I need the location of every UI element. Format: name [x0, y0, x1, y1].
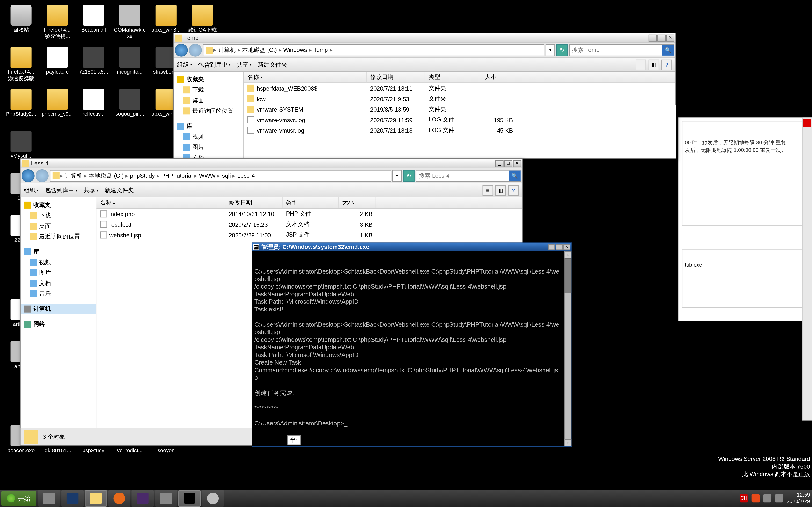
- new-folder-button[interactable]: 新建文件夹: [105, 186, 134, 194]
- col-date[interactable]: 修改日期: [367, 72, 425, 82]
- close-button[interactable]: ✕: [513, 160, 521, 167]
- cmd-output[interactable]: C:\Users\Administrator\Desktop>SchtaskBa…: [252, 251, 571, 446]
- tray-clock[interactable]: 12:59 2020/7/29: [786, 492, 810, 505]
- breadcrumb[interactable]: 计算机: [217, 46, 237, 54]
- nav-pictures[interactable]: 图片: [174, 142, 243, 153]
- col-type[interactable]: 类型: [283, 198, 339, 208]
- view-button[interactable]: ≡: [483, 185, 493, 195]
- scroll-down-button[interactable]: ▾: [564, 439, 571, 446]
- scroll-thumb[interactable]: [564, 258, 571, 293]
- address-bar[interactable]: ▸ 计算机▸ 本地磁盘 (C:)▸ Windows▸ Temp▸: [203, 44, 545, 56]
- nav-pictures[interactable]: 图片: [20, 268, 96, 278]
- desktop-icon[interactable]: vMysql...: [5, 131, 38, 160]
- sogou-icon[interactable]: [752, 494, 760, 502]
- search-icon[interactable]: 🔍: [509, 170, 520, 181]
- search-input[interactable]: [416, 172, 509, 179]
- preview-button[interactable]: ◧: [495, 185, 506, 195]
- col-type[interactable]: 类型: [425, 72, 481, 82]
- view-button[interactable]: ≡: [636, 59, 647, 70]
- back-button[interactable]: [22, 169, 35, 182]
- breadcrumb[interactable]: 本地磁盘 (C:): [241, 46, 278, 54]
- breadcrumb[interactable]: 计算机: [64, 171, 84, 180]
- help-button[interactable]: ?: [508, 185, 519, 195]
- desktop-icon[interactable]: PhpStudy2...: [5, 89, 38, 118]
- col-size[interactable]: 大小: [481, 72, 516, 82]
- organize-menu[interactable]: 组织▾: [24, 186, 39, 194]
- breadcrumb[interactable]: phpStudy: [129, 172, 156, 179]
- tray-icon[interactable]: [763, 494, 771, 502]
- taskbar-firefox[interactable]: [108, 490, 131, 507]
- nav-downloads[interactable]: 下载: [174, 85, 243, 95]
- address-dropdown[interactable]: ▾: [546, 44, 555, 56]
- ime-indicator[interactable]: CH: [740, 494, 748, 502]
- tray-icon[interactable]: [775, 494, 783, 502]
- search-input[interactable]: [570, 47, 662, 53]
- back-button[interactable]: [175, 44, 188, 56]
- desktop-icon[interactable]: Firefox+4...渗透便携版: [5, 47, 38, 82]
- nav-video[interactable]: 视频: [20, 257, 96, 268]
- desktop-icon[interactable]: apxs_win3...: [150, 5, 183, 33]
- refresh-button[interactable]: ↻: [403, 170, 414, 181]
- desktop-icon[interactable]: Beacon.dll: [77, 5, 110, 33]
- nav-computer[interactable]: 计算机: [20, 304, 96, 314]
- address-dropdown[interactable]: ▾: [393, 170, 402, 181]
- include-library-menu[interactable]: 包含到库中▾: [198, 60, 231, 68]
- desktop-icon[interactable]: Firefox+4...渗透便携...: [41, 5, 74, 40]
- taskbar-phpstorm[interactable]: [132, 490, 154, 507]
- start-button[interactable]: 开始: [1, 491, 36, 506]
- search-box[interactable]: 🔍: [569, 44, 674, 56]
- nav-downloads[interactable]: 下载: [20, 210, 96, 221]
- file-row[interactable]: webshell.jsp 2020/7/29 11:00 JSP 文件 1 KB: [96, 230, 522, 240]
- desktop-icon[interactable]: COMahawk.exe: [113, 5, 146, 40]
- forward-button[interactable]: [189, 44, 202, 56]
- address-bar[interactable]: ▸ 计算机▸ 本地磁盘 (C:)▸ phpStudy▸ PHPTutorial▸…: [50, 170, 391, 181]
- file-row[interactable]: hsperfdata_WEB2008$ 2020/7/21 13:11 文件夹: [244, 83, 675, 94]
- minimize-button[interactable]: _: [495, 160, 504, 167]
- file-row[interactable]: index.php 2014/10/31 12:10 PHP 文件 2 KB: [96, 209, 522, 219]
- include-library-menu[interactable]: 包含到库中▾: [45, 186, 78, 194]
- file-row[interactable]: vmware-vmsvc.log 2020/7/29 11:59 LOG 文件 …: [244, 114, 675, 125]
- nav-favorites[interactable]: 收藏夹: [174, 74, 243, 85]
- nav-library[interactable]: 库: [174, 121, 243, 131]
- desktop-icon[interactable]: phpcms_v9...: [41, 89, 74, 118]
- forward-button[interactable]: [36, 169, 49, 182]
- minimize-button[interactable]: _: [649, 34, 657, 41]
- cmd-titlebar[interactable]: c:\ 管理员: C:\Windows\system32\cmd.exe _ □…: [252, 243, 571, 251]
- nav-desktop[interactable]: 桌面: [20, 221, 96, 231]
- breadcrumb[interactable]: Windows: [282, 47, 308, 53]
- nav-video[interactable]: 视频: [174, 131, 243, 142]
- col-size[interactable]: 大小: [339, 198, 376, 208]
- close-button[interactable]: ✕: [563, 244, 570, 250]
- maximize-button[interactable]: □: [657, 34, 666, 41]
- breadcrumb[interactable]: Temp: [312, 47, 329, 53]
- breadcrumb[interactable]: WWW: [198, 172, 217, 179]
- taskbar-cmd[interactable]: [179, 490, 201, 507]
- nav-documents[interactable]: 文档: [174, 153, 243, 158]
- scroll-up-button[interactable]: ▴: [564, 251, 571, 258]
- organize-menu[interactable]: 组织▾: [177, 60, 192, 68]
- help-button[interactable]: ?: [661, 59, 672, 70]
- desktop-icon[interactable]: 致远OA下载: [186, 5, 219, 33]
- taskbar-explorer[interactable]: [85, 490, 107, 507]
- desktop-icon[interactable]: reflectiv...: [77, 89, 110, 118]
- desktop-icon[interactable]: 回收站: [5, 5, 38, 33]
- desktop-icon[interactable]: payload.c: [41, 47, 74, 75]
- search-icon[interactable]: 🔍: [662, 45, 673, 55]
- minimize-button[interactable]: _: [548, 244, 555, 250]
- refresh-button[interactable]: ↻: [556, 44, 568, 56]
- maximize-button[interactable]: □: [556, 244, 563, 250]
- share-menu[interactable]: 共享▾: [237, 60, 252, 68]
- preview-button[interactable]: ◧: [649, 59, 659, 70]
- nav-recent[interactable]: 最近访问的位置: [174, 106, 243, 116]
- nav-recent[interactable]: 最近访问的位置: [20, 231, 96, 242]
- taskbar-server-manager[interactable]: [38, 490, 60, 507]
- col-name[interactable]: 名称▴: [244, 72, 367, 82]
- new-folder-button[interactable]: 新建文件夹: [258, 60, 287, 68]
- desktop-icon[interactable]: sogou_pin...: [113, 89, 146, 118]
- breadcrumb[interactable]: 本地磁盘 (C:): [88, 171, 125, 180]
- nav-library[interactable]: 库: [20, 246, 96, 257]
- breadcrumb[interactable]: Less-4: [236, 172, 256, 179]
- file-row[interactable]: low 2020/7/21 9:53 文件夹: [244, 94, 675, 104]
- nav-music[interactable]: 音乐: [20, 288, 96, 299]
- scrollbar[interactable]: ▴ ▾: [564, 251, 571, 446]
